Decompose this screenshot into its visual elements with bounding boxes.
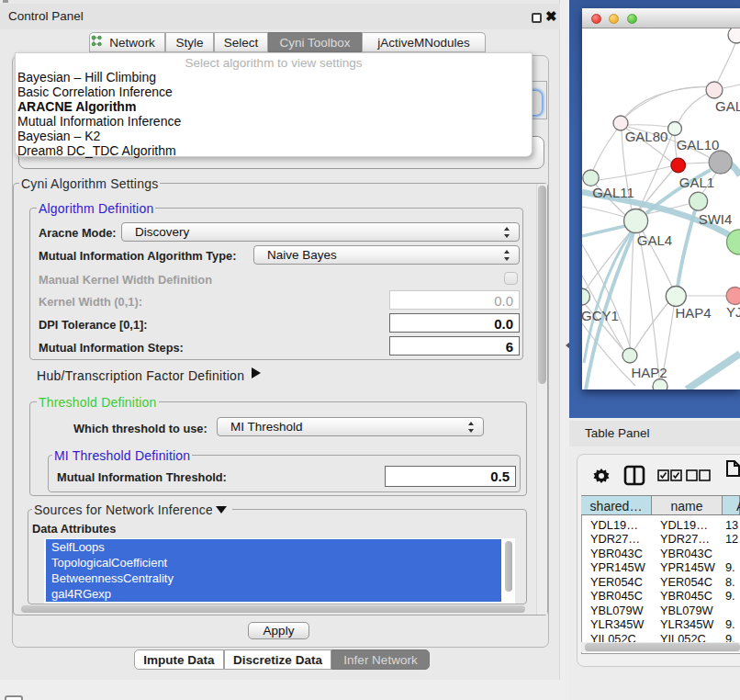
svg-text:GAL11: GAL11 xyxy=(592,185,634,200)
svg-text:YJL: YJL xyxy=(726,304,740,320)
svg-text:GCY1: GCY1 xyxy=(582,308,619,323)
svg-text:GAL4: GAL4 xyxy=(637,232,672,248)
svg-text:SWI4: SWI4 xyxy=(699,211,733,227)
svg-text:HAP2: HAP2 xyxy=(631,365,667,380)
svg-text:HAP4: HAP4 xyxy=(675,305,711,321)
svg-text:GAL80: GAL80 xyxy=(625,129,668,144)
svg-text:GAL2: GAL2 xyxy=(715,98,740,114)
svg-text:GAL10: GAL10 xyxy=(677,137,720,152)
svg-text:GAL1: GAL1 xyxy=(679,175,714,190)
